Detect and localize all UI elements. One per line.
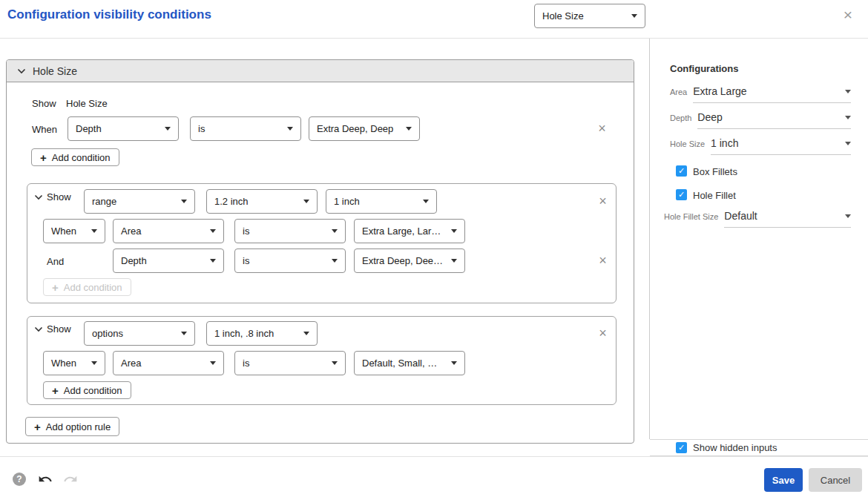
add-condition-label: Add condition bbox=[52, 152, 111, 163]
chevron-down-icon bbox=[210, 229, 216, 233]
add-condition-button[interactable]: + Add condition bbox=[31, 148, 119, 166]
show-label: Show bbox=[32, 98, 56, 109]
rule-type-select[interactable]: options bbox=[84, 321, 195, 346]
rule-range-max-select[interactable]: 1.2 inch bbox=[206, 189, 318, 214]
chevron-down-icon bbox=[91, 229, 97, 233]
remove-condition-icon[interactable]: × bbox=[596, 254, 609, 267]
remove-base-condition-icon[interactable]: × bbox=[596, 122, 608, 135]
chevron-down-icon bbox=[451, 259, 457, 263]
chevron-down-icon bbox=[423, 200, 429, 203]
plus-icon: + bbox=[52, 282, 59, 293]
config-row-area: Area Extra Large bbox=[670, 85, 851, 103]
chevron-down-icon bbox=[845, 142, 851, 145]
config-label: Depth bbox=[670, 113, 691, 122]
chevron-down-icon bbox=[181, 332, 187, 335]
base-condition-operator-select[interactable]: is bbox=[190, 116, 301, 141]
option-rule-range: Show range 1.2 inch 1 inch × When Area i… bbox=[27, 183, 617, 303]
condition-operator-select[interactable]: is bbox=[234, 351, 346, 375]
condition-field-select[interactable]: Area bbox=[113, 219, 224, 243]
config-row-hole-fillet-size: Hole Fillet Size Default bbox=[664, 210, 851, 228]
chevron-down-icon bbox=[332, 229, 338, 233]
base-condition-field-select[interactable]: Depth bbox=[68, 116, 179, 141]
config-value-select[interactable]: Deep bbox=[697, 111, 851, 129]
chevron-down-icon[interactable] bbox=[34, 194, 43, 200]
target-parameter-name: Hole Size bbox=[66, 98, 108, 109]
rule-range-min-value: 1 inch bbox=[334, 196, 360, 207]
header-divider bbox=[0, 38, 868, 39]
condition-conjunction-select[interactable]: When bbox=[43, 351, 105, 375]
cancel-button[interactable]: Cancel bbox=[809, 468, 862, 492]
and-label: And bbox=[47, 256, 64, 267]
remove-rule-icon[interactable]: × bbox=[596, 327, 609, 340]
help-icon[interactable]: ? bbox=[13, 473, 26, 486]
save-button[interactable]: Save bbox=[764, 468, 803, 492]
plus-icon: + bbox=[40, 152, 47, 163]
undo-icon[interactable] bbox=[37, 472, 53, 487]
footer-divider bbox=[0, 456, 868, 457]
chevron-down-icon bbox=[845, 116, 851, 119]
chevron-down-icon bbox=[165, 127, 171, 131]
condition-field-value: Depth bbox=[121, 255, 147, 266]
condition-field-select[interactable]: Depth bbox=[113, 249, 224, 273]
rule-type-value: options bbox=[92, 328, 123, 339]
config-row-hole-size: Hole Size 1 inch bbox=[670, 137, 851, 155]
condition-values-select[interactable]: Extra Large, Lar… bbox=[354, 219, 465, 243]
base-condition-values-select[interactable]: Extra Deep, Deep bbox=[309, 116, 420, 141]
config-value: Default bbox=[724, 210, 757, 222]
option-rule-options: Show options 1 inch, .8 inch × When Area… bbox=[27, 316, 617, 405]
chevron-down-icon bbox=[17, 68, 26, 74]
condition-values-value: Extra Deep, Dee… bbox=[362, 255, 443, 266]
panel-header-title: Hole Size bbox=[33, 65, 77, 77]
config-value-select[interactable]: Extra Large bbox=[693, 85, 851, 103]
chevron-down-icon bbox=[210, 259, 216, 263]
chevron-down-icon bbox=[91, 361, 97, 365]
condition-values-select[interactable]: Extra Deep, Dee… bbox=[354, 249, 465, 273]
condition-values-value: Default, Small, … bbox=[362, 358, 437, 369]
rule-options-value: 1 inch, .8 inch bbox=[214, 328, 274, 339]
plus-icon: + bbox=[34, 421, 41, 432]
chevron-down-icon[interactable] bbox=[34, 326, 43, 332]
condition-conjunction-select[interactable]: When bbox=[43, 219, 105, 243]
add-condition-label: Add condition bbox=[64, 282, 122, 293]
add-condition-button[interactable]: + Add condition bbox=[43, 381, 131, 399]
add-option-rule-label: Add option rule bbox=[46, 421, 111, 432]
config-value: Deep bbox=[697, 111, 722, 123]
condition-operator-select[interactable]: is bbox=[234, 219, 346, 243]
show-hidden-inputs-checkbox[interactable]: ✓ bbox=[676, 442, 687, 453]
condition-field-value: Area bbox=[121, 226, 141, 237]
condition-operator-value: is bbox=[243, 226, 249, 237]
hole-fillet-checkbox[interactable]: ✓ bbox=[676, 189, 687, 200]
chevron-down-icon bbox=[303, 200, 309, 203]
box-fillets-checkbox[interactable]: ✓ bbox=[676, 165, 687, 177]
chevron-down-icon bbox=[845, 214, 851, 218]
rule-options-select[interactable]: 1 inch, .8 inch bbox=[206, 321, 318, 346]
config-value: 1 inch bbox=[711, 137, 738, 149]
chevron-down-icon bbox=[451, 229, 457, 233]
rule-range-max-value: 1.2 inch bbox=[214, 196, 249, 207]
condition-operator-select[interactable]: is bbox=[234, 249, 346, 273]
chevron-down-icon bbox=[332, 259, 338, 263]
config-value-select[interactable]: 1 inch bbox=[711, 137, 851, 155]
rule-type-select[interactable]: range bbox=[84, 189, 195, 214]
add-condition-button-disabled: + Add condition bbox=[43, 278, 131, 296]
redo-icon bbox=[62, 472, 79, 487]
close-icon[interactable]: × bbox=[839, 6, 857, 24]
add-option-rule-button[interactable]: + Add option rule bbox=[25, 417, 119, 436]
condition-field-select[interactable]: Area bbox=[113, 351, 224, 375]
condition-field-value: Area bbox=[121, 358, 141, 369]
plus-icon: + bbox=[52, 385, 59, 396]
remove-rule-icon[interactable]: × bbox=[596, 195, 609, 208]
configurations-title: Configurations bbox=[670, 63, 738, 74]
chevron-down-icon bbox=[332, 361, 338, 365]
configuration-input-select[interactable]: Hole Size bbox=[534, 4, 645, 28]
chevron-down-icon bbox=[181, 200, 187, 203]
visibility-conditions-panel: Hole Size Show Hole Size When Depth is E… bbox=[6, 59, 634, 444]
condition-conjunction-value: When bbox=[51, 226, 76, 237]
rule-range-min-select[interactable]: 1 inch bbox=[326, 189, 437, 214]
config-value: Extra Large bbox=[693, 85, 746, 97]
panel-header-hole-size[interactable]: Hole Size bbox=[7, 60, 634, 82]
condition-values-select[interactable]: Default, Small, … bbox=[354, 351, 465, 375]
add-condition-label: Add condition bbox=[64, 385, 122, 396]
rule-show-label: Show bbox=[47, 323, 71, 335]
config-value-select[interactable]: Default bbox=[724, 210, 851, 228]
